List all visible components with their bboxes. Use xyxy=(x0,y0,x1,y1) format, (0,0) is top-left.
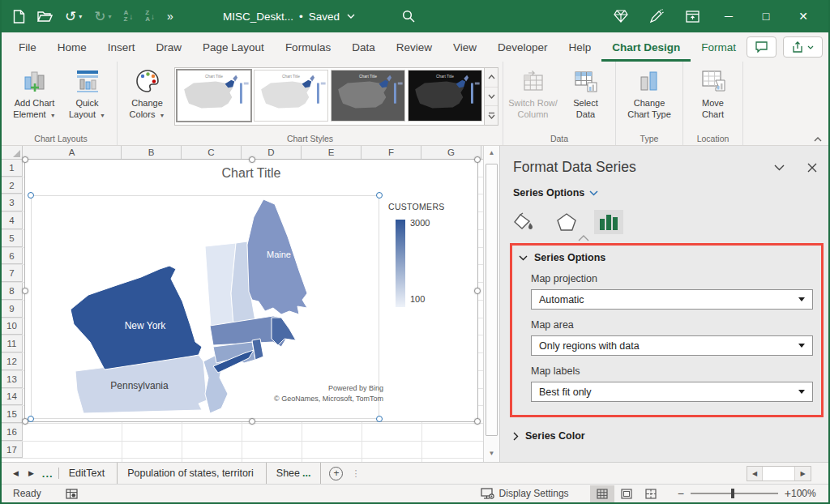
plot-handle[interactable] xyxy=(28,416,34,422)
legend-gradient-bar[interactable] xyxy=(396,220,405,307)
share-button[interactable] xyxy=(783,36,823,58)
ribbon-tab[interactable]: Format xyxy=(691,32,747,62)
hscroll-left-icon[interactable]: ◀ xyxy=(747,467,763,481)
gallery-more-icon[interactable] xyxy=(485,106,498,125)
macro-record-icon[interactable] xyxy=(66,489,78,499)
scroll-up-icon[interactable]: ▲ xyxy=(484,146,499,160)
row-header[interactable]: 6 xyxy=(2,248,23,265)
row-header[interactable]: 1 xyxy=(2,160,23,177)
undo-chevron-icon[interactable]: ▾ xyxy=(79,13,82,20)
ribbon-tab[interactable]: Insert xyxy=(97,32,146,62)
chart-handle[interactable] xyxy=(249,156,255,163)
series-color-section-header[interactable]: Series Color xyxy=(513,430,828,442)
chart-style-thumbnail[interactable]: Chart Title xyxy=(331,70,405,122)
zoom-slider[interactable] xyxy=(691,493,778,494)
maximize-button[interactable]: □ xyxy=(747,0,785,32)
plot-handle[interactable] xyxy=(376,192,383,199)
scroll-down-icon[interactable]: ▼ xyxy=(484,446,499,460)
select-all-corner[interactable] xyxy=(2,146,23,159)
zoom-slider-thumb[interactable] xyxy=(731,489,734,498)
add-chart-element-button[interactable]: Add ChartElement ▼ xyxy=(9,64,60,121)
legend-title[interactable]: CUSTOMERS xyxy=(388,202,445,211)
vertical-scroll-thumb[interactable] xyxy=(486,164,498,436)
vertical-scrollbar[interactable]: ▲ ▼ xyxy=(483,146,499,462)
row-header[interactable]: 2 xyxy=(2,177,23,194)
sheet-next-icon[interactable]: ▶ xyxy=(28,469,34,477)
tabbar-splitter-icon[interactable]: ⋮ xyxy=(351,468,360,479)
column-header[interactable]: E xyxy=(302,146,362,159)
column-header[interactable]: A xyxy=(23,146,122,159)
row-header[interactable]: 8 xyxy=(2,283,23,300)
column-header[interactable]: B xyxy=(122,146,182,159)
map-chart[interactable]: Chart Title Maine New York Pen xyxy=(24,159,478,422)
gallery-down-icon[interactable] xyxy=(485,88,498,107)
title-chevron-icon[interactable] xyxy=(347,14,355,19)
ribbon-tab[interactable]: View xyxy=(443,32,487,62)
new-file-icon[interactable] xyxy=(13,10,25,23)
series-options-chevron-icon[interactable] xyxy=(589,190,598,196)
more-sheets-indicator[interactable]: ... xyxy=(42,463,58,484)
horizontal-scrollbar[interactable]: ◀ ▶ xyxy=(747,466,811,481)
page-layout-view-icon[interactable] xyxy=(614,485,639,502)
close-button[interactable]: ✕ xyxy=(785,0,822,32)
column-header[interactable]: C xyxy=(182,146,242,159)
row-header[interactable]: 4 xyxy=(2,212,23,229)
ribbon-display-options-icon[interactable] xyxy=(674,0,710,32)
document-title[interactable]: MISC_Deskt... • Saved xyxy=(223,11,355,23)
page-break-view-icon[interactable] xyxy=(639,485,663,502)
chart-title[interactable]: Chart Title xyxy=(25,166,477,181)
section-expand-chevron-icon[interactable] xyxy=(513,432,519,441)
undo-button[interactable]: ↺▾ xyxy=(65,8,82,25)
section-collapse-chevron-icon[interactable] xyxy=(519,255,528,261)
field-dropdown[interactable]: Automatic xyxy=(531,289,813,310)
zoom-in-icon[interactable]: + xyxy=(785,487,791,500)
ribbon-tab[interactable]: Developer xyxy=(487,32,558,62)
effects-tab[interactable] xyxy=(552,210,581,234)
ribbon-tab[interactable]: Chart Design xyxy=(601,32,691,62)
column-header[interactable]: F xyxy=(362,146,421,159)
ribbon-tab[interactable]: Home xyxy=(47,32,97,62)
hscroll-right-icon[interactable]: ▶ xyxy=(795,467,811,481)
chart-style-thumbnail[interactable]: Chart Title xyxy=(254,70,328,122)
sheet-tab[interactable]: Shee ... xyxy=(267,463,322,484)
chart-handle[interactable] xyxy=(249,418,255,425)
field-dropdown[interactable]: Best fit only xyxy=(531,382,813,402)
chart-handle[interactable] xyxy=(474,288,481,294)
series-options-section-header[interactable]: Series Options xyxy=(517,252,813,263)
chart-handle[interactable] xyxy=(22,288,28,294)
zoom-level[interactable]: 100% xyxy=(791,488,828,499)
open-file-icon[interactable] xyxy=(37,11,53,23)
zoom-out-icon[interactable]: − xyxy=(678,487,684,500)
change-chart-type-button[interactable]: ChangeChart Type xyxy=(620,64,678,120)
fill-line-tab[interactable] xyxy=(510,210,539,234)
plot-handle[interactable] xyxy=(376,416,383,422)
display-settings-button[interactable]: Display Settings xyxy=(481,488,569,499)
row-header[interactable]: 15 xyxy=(2,406,23,423)
row-header[interactable]: 13 xyxy=(2,371,23,388)
column-header[interactable]: G xyxy=(421,146,481,159)
pane-collapse-chevron-icon[interactable] xyxy=(774,164,785,171)
sheet-prev-icon[interactable]: ◀ xyxy=(13,469,19,477)
row-header[interactable]: 12 xyxy=(2,353,23,370)
pane-close-icon[interactable] xyxy=(807,163,817,173)
chart-handle[interactable] xyxy=(474,156,481,163)
chart-style-thumbnail[interactable]: Chart Title xyxy=(408,70,482,122)
collapse-ribbon-icon[interactable] xyxy=(814,137,822,142)
series-options-tab[interactable] xyxy=(594,210,623,234)
row-header[interactable]: 11 xyxy=(2,335,23,352)
row-header[interactable]: 10 xyxy=(2,318,23,335)
field-dropdown[interactable]: Only regions with data xyxy=(531,335,813,356)
gallery-up-icon[interactable] xyxy=(485,68,498,88)
row-header[interactable]: 17 xyxy=(2,442,23,459)
row-header[interactable]: 5 xyxy=(2,230,23,247)
ribbon-tab[interactable]: Draw xyxy=(146,32,193,62)
ribbon-tab[interactable]: Data xyxy=(341,32,386,62)
ribbon-tab[interactable]: Help xyxy=(558,32,602,62)
ribbon-tab[interactable]: Review xyxy=(386,32,443,62)
row-header[interactable]: 7 xyxy=(2,265,23,282)
sheet-tab[interactable]: EditText xyxy=(59,463,118,484)
quick-layout-button[interactable]: QuickLayout ▼ xyxy=(62,64,113,121)
normal-view-icon[interactable] xyxy=(590,485,614,502)
new-sheet-button[interactable]: + xyxy=(329,467,343,481)
select-data-button[interactable]: SelectData xyxy=(560,64,611,120)
